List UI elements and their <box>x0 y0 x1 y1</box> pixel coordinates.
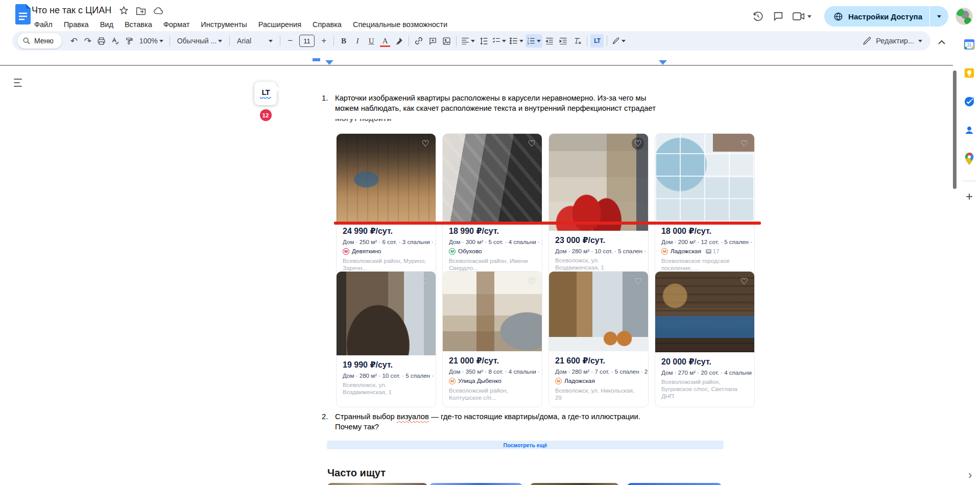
listing-card[interactable]: ♡ 20 000 ₽/сут. Дом · 270 м² · 20 сот. ·… <box>655 271 755 407</box>
menu-item[interactable]: Правка <box>59 19 93 30</box>
ruler-right-indent-marker[interactable] <box>659 60 667 65</box>
listing-card[interactable]: ♡ 23 000 ₽/сут. Дом · 280 м² · 10 сот. ·… <box>548 133 649 278</box>
menu-item[interactable]: Файл <box>30 19 57 30</box>
favorite-heart-icon[interactable]: ♡ <box>738 137 750 150</box>
listing-card[interactable]: ♡ 21 000 ₽/сут. Дом · 350 м² · 8 сот. · … <box>442 271 542 407</box>
move-folder-icon[interactable] <box>136 6 146 16</box>
listing-photo[interactable]: ♡ <box>549 134 648 231</box>
zoom-select[interactable]: 100% <box>136 34 166 47</box>
document-outline-icon[interactable] <box>13 78 25 88</box>
user-avatar[interactable] <box>955 8 973 25</box>
menu-item[interactable]: Специальные возможности <box>348 19 452 30</box>
paint-format-button[interactable] <box>123 34 136 47</box>
meet-dropdown-caret-icon[interactable] <box>807 15 811 18</box>
hide-menus-button[interactable] <box>936 36 948 48</box>
insert-link-button[interactable] <box>412 34 425 47</box>
editing-mode-select[interactable]: Редактир... <box>863 36 925 45</box>
favorite-heart-icon[interactable]: ♡ <box>632 137 644 150</box>
increase-font-size-button[interactable]: + <box>317 34 330 47</box>
listing-photo[interactable]: ♡ <box>337 272 436 355</box>
contacts-icon[interactable] <box>961 122 978 139</box>
vertical-scrollbar[interactable] <box>953 70 957 189</box>
redo-button[interactable]: ↷ <box>81 34 94 47</box>
version-history-icon[interactable] <box>748 6 768 27</box>
menu-item[interactable]: Справка <box>308 19 346 30</box>
google-docs-app: Что не так с ЦИАН ФайлПравкаВидВставкаФо… <box>0 0 980 485</box>
document-title[interactable]: Что не так с ЦИАН <box>32 5 111 16</box>
often-tile-blue-gradient[interactable] <box>627 483 722 485</box>
get-addons-button[interactable]: + <box>966 189 973 204</box>
favorite-heart-icon[interactable]: ♡ <box>525 137 538 150</box>
search-menus-button[interactable]: Меню <box>17 33 62 48</box>
text-color-button[interactable]: A <box>378 34 392 47</box>
favorite-heart-icon[interactable]: ♡ <box>632 275 644 287</box>
line-spacing-button[interactable] <box>477 34 490 47</box>
favorite-heart-icon[interactable]: ♡ <box>419 275 432 287</box>
underline-button[interactable]: U <box>365 34 378 47</box>
see-more-button[interactable]: Посмотреть ещё <box>327 441 724 449</box>
decrease-font-size-button[interactable]: − <box>283 34 297 47</box>
print-button[interactable] <box>95 34 108 47</box>
doc-list-item-1[interactable]: 1. Карточки изображений квартиры располо… <box>322 93 679 113</box>
increase-indent-button[interactable] <box>557 34 570 47</box>
pen-tool-button[interactable] <box>610 34 627 47</box>
italic-button[interactable]: I <box>351 34 364 47</box>
listing-card[interactable]: ♡ 18 990 ₽/сут. Дом · 300 м² · 5 сот. · … <box>442 133 542 278</box>
paragraph-style-select[interactable]: Обычный ... <box>173 34 226 47</box>
cloud-status-icon[interactable] <box>153 6 163 16</box>
menu-item[interactable]: Вид <box>95 19 118 30</box>
bold-button[interactable]: B <box>337 34 350 47</box>
listing-photo[interactable]: ♡ <box>655 272 754 352</box>
listing-photo[interactable]: ♡ <box>337 134 436 222</box>
highlight-color-button[interactable] <box>392 34 405 47</box>
ruler-margin-marker[interactable] <box>313 58 320 61</box>
favorite-heart-icon[interactable]: ♡ <box>419 137 432 150</box>
spellcheck-button[interactable] <box>109 34 122 47</box>
decrease-indent-button[interactable] <box>543 34 556 47</box>
favorite-heart-icon[interactable]: ♡ <box>525 275 538 287</box>
ruler-left-indent-marker[interactable] <box>325 60 333 65</box>
menu-item[interactable]: Расширения <box>254 19 306 30</box>
languagetool-button[interactable]: LT <box>590 34 604 47</box>
favorite-heart-icon[interactable]: ♡ <box>738 275 750 287</box>
google-docs-logo-icon[interactable] <box>15 4 31 25</box>
doc-list-item-2[interactable]: 2. Странный выбор визуалов — где-то наст… <box>322 411 679 432</box>
share-dropdown[interactable] <box>930 6 948 27</box>
languagetool-badge[interactable]: LT 12 <box>254 82 277 122</box>
comments-icon[interactable] <box>768 6 788 27</box>
menu-item[interactable]: Инструменты <box>196 19 251 30</box>
listing-photo[interactable]: ♡ <box>655 134 754 222</box>
keep-icon[interactable] <box>961 64 978 82</box>
font-select[interactable]: Arial <box>233 34 277 47</box>
share-button[interactable]: Настройки Доступа <box>824 6 948 27</box>
hide-side-panel-icon[interactable]: › <box>968 469 972 482</box>
menu-item[interactable]: Формат <box>159 19 195 30</box>
listing-card[interactable]: ♡ 21 600 ₽/сут. Дом · 280 м² · 7 сот. · … <box>548 271 649 407</box>
insert-image-button[interactable] <box>440 34 453 47</box>
often-tile-blue-illustration[interactable] <box>429 483 522 485</box>
listing-card[interactable]: ♡ 19 990 ₽/сут. Дом · 280 м² · 10 сот. ·… <box>336 271 436 407</box>
checklist-button[interactable] <box>491 34 508 47</box>
bulleted-list-button[interactable] <box>508 34 525 47</box>
listing-card[interactable]: ♡ 24 990 ₽/сут. Дом · 250 м² · 6 сот. · … <box>336 133 436 278</box>
often-tile-autumn-photo[interactable] <box>530 483 619 485</box>
listing-photo[interactable]: ♡ <box>443 134 542 222</box>
calendar-icon[interactable]: 31 <box>961 36 978 53</box>
menu-item[interactable]: Вставка <box>120 19 157 30</box>
undo-button[interactable]: ↶ <box>67 34 81 47</box>
clear-formatting-button[interactable] <box>570 34 584 47</box>
align-button[interactable] <box>460 34 476 47</box>
add-comment-button[interactable] <box>426 34 439 47</box>
meet-video-icon[interactable] <box>788 6 815 27</box>
languagetool-issue-count[interactable]: 12 <box>260 109 272 121</box>
listing-photo[interactable]: ♡ <box>443 272 542 351</box>
tasks-icon[interactable] <box>961 93 978 110</box>
listing-card[interactable]: ♡ 18 000 ₽/сут. Дом · 200 м² · 12 сот. ·… <box>655 133 755 278</box>
font-size-input[interactable]: 11 <box>299 35 315 47</box>
star-icon[interactable] <box>118 6 129 16</box>
listing-photo[interactable]: ♡ <box>549 272 648 351</box>
numbered-list-button[interactable] <box>525 34 542 47</box>
often-tile-photo[interactable] <box>327 483 427 485</box>
maps-icon[interactable] <box>961 150 978 167</box>
editing-mode-label: Редактир... <box>876 37 914 45</box>
